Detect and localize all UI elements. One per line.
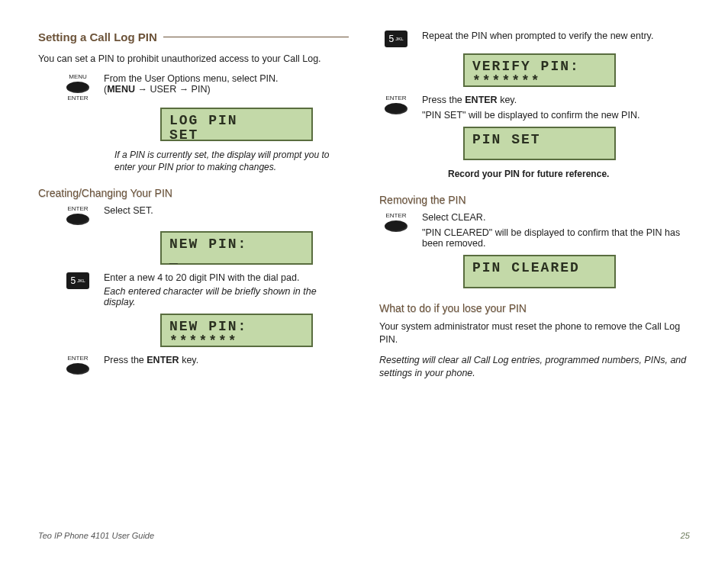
menu-label: MENU: [69, 73, 87, 80]
enter-label: ENTER: [67, 355, 88, 362]
lose-pin-1: Your system administrator must reset the…: [379, 320, 690, 346]
enter-button-icon: ENTER: [379, 95, 413, 114]
step-press-enter: Press the ENTER key.: [422, 95, 690, 105]
page-number: 25: [681, 531, 690, 540]
enter-button-icon: ENTER: [61, 205, 95, 225]
subheading-removing: Removing the PIN: [379, 194, 690, 206]
step-repeat-pin: Repeat the PIN when prompted to verify t…: [422, 31, 690, 41]
subheading-lose-pin: What to do if you lose your PIN: [379, 302, 690, 314]
lcd-log-pin-set: LOG PIN SET: [160, 108, 313, 141]
step1-line2: (MENU → USER → PIN): [104, 84, 349, 95]
key-5-icon: 5JKL: [379, 31, 413, 47]
key-5-icon: 5JKL: [61, 272, 95, 289]
step-select-clear: Select CLEAR.: [422, 212, 690, 223]
step-pin-set-confirm: "PIN SET" will be displayed to confirm t…: [422, 110, 690, 121]
step-select-set: Select SET.: [104, 205, 349, 216]
oval-button-icon: [385, 220, 407, 232]
enter-label: ENTER: [385, 95, 406, 101]
step1-line1: From the User Options menu, select PIN.: [104, 73, 349, 84]
lcd-pin-set: PIN SET: [463, 127, 616, 160]
menu-enter-button-icon: MENU ENTER: [61, 73, 95, 101]
lcd-verify-pin: VERIFY PIN: *******: [463, 53, 616, 87]
lcd-new-pin-stars: NEW PIN: *******: [160, 314, 313, 347]
step-press-enter: Press the ENTER key.: [104, 355, 349, 365]
intro-text: You can set a PIN to prohibit unauthoriz…: [38, 53, 349, 66]
enter-label: ENTER: [67, 95, 88, 101]
enter-button-icon: ENTER: [61, 355, 95, 375]
enter-button-icon: ENTER: [379, 212, 413, 232]
step-enter-pin: Enter a new 4 to 20 digit PIN with the d…: [104, 272, 349, 283]
note-existing-pin: If a PIN is currently set, the display w…: [114, 149, 349, 173]
subheading-creating: Creating/Changing Your PIN: [38, 187, 349, 199]
lose-pin-2: Resetting will clear all Call Log entrie…: [379, 354, 690, 380]
oval-button-icon: [66, 214, 89, 225]
enter-label: ENTER: [67, 205, 88, 212]
step-pin-cleared: "PIN CLEARED" will be displayed to confi…: [422, 227, 690, 249]
enter-label: ENTER: [385, 212, 406, 219]
page-title: Setting a Call Log PIN: [38, 31, 349, 43]
oval-button-icon: [385, 103, 407, 114]
lcd-new-pin-blank: NEW PIN: _: [160, 231, 313, 265]
footer-doc-title: Teo IP Phone 4101 User Guide: [38, 531, 154, 540]
title-text: Setting a Call Log PIN: [38, 31, 157, 43]
oval-button-icon: [66, 363, 89, 375]
note-char-shown: Each entered character will be briefly s…: [104, 286, 349, 307]
oval-button-icon: [66, 82, 89, 93]
record-pin-note: Record your PIN for future reference.: [448, 168, 690, 180]
lcd-pin-cleared: PIN CLEARED: [463, 255, 616, 288]
